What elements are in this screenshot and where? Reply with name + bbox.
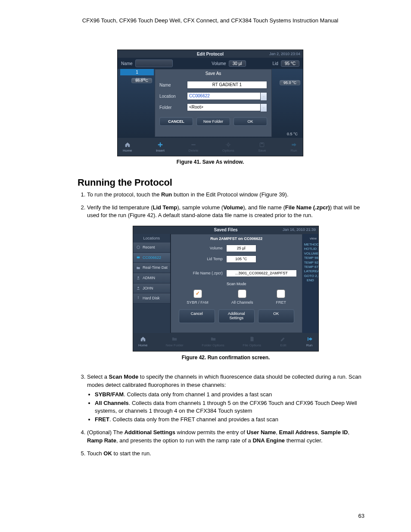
user-icon [136, 276, 141, 280]
list-item: Select a Scan Mode to specify the channe… [87, 373, 364, 423]
run-panel-title: Run 2AMPFST on CC006622 [171, 234, 302, 243]
arrow-right-icon [290, 142, 298, 148]
volume-field[interactable]: 25 µl [226, 245, 256, 252]
clock-icon [136, 245, 141, 249]
additional-settings-button[interactable]: Additional Settings [218, 309, 255, 323]
home-icon [124, 142, 131, 148]
figure-41-caption: Figure 41. Save As window. [56, 159, 364, 165]
list-item: SYBR/FAM. Collects data only from channe… [95, 391, 364, 398]
delete-button[interactable]: Delete [188, 142, 198, 152]
insert-button[interactable]: Insert [156, 142, 165, 152]
scan-mode-title: Scan Mode [171, 281, 302, 287]
protocol-name-input[interactable] [135, 59, 173, 67]
list-item: To run the protocol, touch the Run butto… [87, 191, 364, 199]
window-title: Edit Protocol [197, 52, 224, 56]
home-button[interactable]: Home [138, 336, 147, 348]
sa-location-field[interactable]: CC006622 [187, 92, 261, 100]
figure-42-run-confirmation: Saved Files Jan 16, 2010 21:39 Locations… [133, 226, 319, 352]
location-item-john[interactable]: JOHN [133, 283, 170, 294]
run-confirmation-panel: Run 2AMPFST on CC006622 Volume25 µl Lid … [171, 234, 302, 333]
list-item: FRET. Collects data only from the FRET c… [95, 416, 364, 423]
step-temp-right[interactable]: 95.0 °C [280, 80, 300, 85]
figure-41-save-as-window: Edit Protocol Jan 2, 2010 23:04 Name Vol… [117, 50, 303, 156]
running-header: CFX96 Touch, CFX96 Touch Deep Well, CFX … [56, 17, 364, 24]
window-title: Saved Files [214, 227, 237, 233]
run-button[interactable]: Run [305, 336, 313, 348]
svg-point-4 [137, 246, 140, 249]
check-icon: ✓ [196, 290, 200, 297]
pencil-icon [279, 336, 287, 342]
sa-location-label: Location [159, 94, 183, 99]
section-heading: Running the Protocol [78, 177, 364, 188]
svg-rect-3 [261, 143, 263, 144]
sa-folder-label: Folder [159, 105, 183, 110]
usb-icon [136, 296, 141, 300]
chevron-down-icon[interactable]: ▾ [260, 103, 267, 112]
chevron-down-icon[interactable]: ▾ [260, 92, 267, 101]
svg-point-1 [227, 143, 230, 146]
run-button[interactable]: Run [290, 142, 298, 152]
folder-icon [136, 266, 141, 270]
home-button[interactable]: Home [123, 142, 132, 152]
volume-label: Volume [176, 246, 223, 251]
save-icon [258, 142, 266, 148]
location-item-recent[interactable]: Recent [133, 243, 170, 253]
volume-label: Volume [212, 61, 226, 66]
svg-point-6 [137, 277, 139, 278]
location-item-harddisk[interactable]: Hard Disk [133, 293, 170, 304]
minus-icon [190, 142, 197, 148]
file-name-field[interactable]: ...3901_CC006622_2AMPFST [226, 270, 297, 277]
list-item: (Optional) The Additional Settings windo… [87, 429, 364, 444]
location-item-rtdata[interactable]: Real-Time Dat [133, 263, 170, 273]
lid-value[interactable]: 95 °C [281, 60, 299, 67]
window-date: Jan 16, 2010 21:39 [283, 227, 316, 233]
ok-button[interactable]: OK [234, 117, 267, 126]
locations-header: Locations [133, 234, 170, 243]
name-label: Name [121, 61, 133, 66]
scan-mode-all-channels[interactable]: All Channels [231, 289, 253, 305]
save-button[interactable]: Save [258, 142, 266, 152]
plus-icon [156, 142, 164, 148]
file-options-button[interactable]: File Options [243, 336, 261, 348]
lid-temp-label: Lid Temp [176, 256, 223, 262]
sa-name-field[interactable]: RT GADIENT 1 [187, 81, 267, 89]
gear-icon [224, 142, 232, 148]
edit-button[interactable]: Edit [279, 336, 287, 348]
location-item-admin[interactable]: ADMIN [133, 273, 170, 283]
list-item: Touch OK to start the run. [87, 450, 364, 457]
new-folder-button[interactable]: New Folder [166, 336, 184, 348]
lid-label: Lid [273, 61, 278, 66]
file-icon [248, 336, 256, 342]
cancel-button[interactable]: CANCEL [159, 117, 193, 126]
list-item: All Channels. Collects data from channel… [95, 399, 364, 415]
page-number: 63 [358, 513, 364, 519]
step-number: 1 [120, 69, 154, 75]
protocol-preview: view METHOD CALC HOTLID 105,30 VOLUME 25… [302, 234, 318, 333]
save-as-panel: Save As Name RT GADIENT 1 Location CC006… [155, 69, 272, 137]
cancel-button[interactable]: Cancel [179, 309, 215, 323]
file-name-label: File Name (.zpcr) [176, 271, 223, 276]
folder-options-button[interactable]: Folder Options [202, 336, 224, 348]
new-folder-button[interactable]: New Folder [196, 117, 230, 126]
list-item: Verify the lid temperature (Lid Temp), s… [87, 204, 364, 361]
options-button[interactable]: Options [222, 142, 234, 152]
window-date: Jan 2, 2010 23:04 [269, 52, 300, 56]
volume-value[interactable]: 30 µl [229, 60, 246, 67]
ok-button[interactable]: OK [258, 309, 294, 323]
scan-mode-fret[interactable]: FRET [276, 289, 286, 305]
scan-mode-sybr-fam[interactable]: ✓SYBR / FAM [187, 289, 209, 305]
step-time: 01:00 [136, 77, 146, 81]
instrument-icon [136, 255, 141, 260]
svg-rect-5 [137, 257, 140, 258]
instruction-list: To run the protocol, touch the Run butto… [87, 191, 364, 457]
user-icon [136, 286, 141, 290]
location-item-instrument[interactable]: CC006622 [133, 253, 170, 263]
figure-42-caption: Figure 42. Run confirmation screen. [87, 354, 364, 361]
svg-rect-0 [191, 144, 195, 145]
step-rate-right: 0.5 °C [287, 132, 298, 136]
play-icon [305, 336, 313, 342]
sa-name-label: Name [159, 83, 183, 87]
save-as-title: Save As [155, 69, 271, 78]
lid-temp-field[interactable]: 105 °C [226, 255, 256, 263]
sa-folder-field[interactable]: <Root> [187, 103, 261, 111]
